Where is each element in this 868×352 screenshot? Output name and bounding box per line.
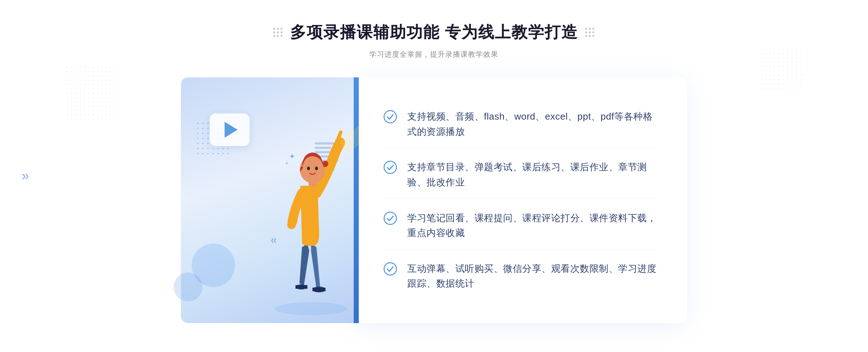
- feature-text-4: 互动弹幕、试听购买、微信分享、观看次数限制、学习进度跟踪、数据统计: [407, 261, 658, 291]
- illustration-card: ✦ ✦ «: [181, 77, 354, 323]
- human-figure-illustration: ✦ ✦ «: [260, 106, 362, 323]
- title-deco-right: [585, 28, 595, 37]
- svg-text:✦: ✦: [285, 161, 289, 166]
- chevron-decoration: »: [22, 168, 29, 184]
- feature-item-2: 支持章节目录、弹题考试、课后练习、课后作业、章节测验、批改作业: [383, 151, 658, 199]
- check-icon-2: [383, 160, 397, 174]
- header-section: 多项录播课辅助功能 专为线上教学打造 学习进度全掌握，提升录播课教学效果: [273, 22, 595, 59]
- svg-point-7: [307, 167, 310, 170]
- svg-point-4: [287, 220, 296, 229]
- dots-decoration-right: [760, 47, 803, 90]
- title-row: 多项录播课辅助功能 专为线上教学打造: [273, 22, 595, 43]
- svg-point-12: [384, 111, 396, 123]
- content-area: ✦ ✦ « 支持视频、音频、: [181, 77, 687, 323]
- feature-item-1: 支持视频、音频、flash、word、excel、ppt、pdf等各种格式的资源…: [383, 100, 658, 148]
- svg-point-13: [384, 161, 396, 173]
- feature-item-4: 互动弹幕、试听购买、微信分享、观看次数限制、学习进度跟踪、数据统计: [383, 253, 658, 300]
- check-icon-1: [383, 110, 397, 124]
- page-wrapper: » 多项录播课辅助功能 专为线上教学打造 学习进度全掌握，: [0, 0, 868, 352]
- feature-text-2: 支持章节目录、弹题考试、课后练习、课后作业、章节测验、批改作业: [407, 160, 658, 190]
- title-deco-left: [273, 28, 283, 37]
- play-bubble: [210, 113, 250, 146]
- feature-text-3: 学习笔记回看、课程提问、课程评论打分、课件资料下载，重点内容收藏: [407, 211, 658, 241]
- play-icon: [225, 122, 238, 138]
- deco-circle-small: [174, 272, 203, 301]
- check-icon-4: [383, 262, 397, 276]
- check-icon-3: [383, 211, 397, 225]
- svg-text:✦: ✦: [289, 153, 295, 160]
- svg-point-8: [315, 167, 318, 170]
- svg-point-0: [275, 302, 347, 315]
- feature-item-3: 学习笔记回看、课程提问、课程评论打分、课件资料下载，重点内容收藏: [383, 202, 658, 250]
- svg-text:«: «: [271, 233, 277, 246]
- svg-point-15: [384, 263, 396, 275]
- svg-point-14: [384, 212, 396, 224]
- main-title: 多项录播课辅助功能 专为线上教学打造: [290, 22, 578, 43]
- features-panel: 支持视频、音频、flash、word、excel、ppt、pdf等各种格式的资源…: [354, 77, 687, 323]
- sub-title: 学习进度全掌握，提升录播课教学效果: [273, 50, 595, 59]
- dots-decoration-left: [65, 65, 116, 123]
- feature-text-1: 支持视频、音频、flash、word、excel、ppt、pdf等各种格式的资源…: [407, 109, 658, 139]
